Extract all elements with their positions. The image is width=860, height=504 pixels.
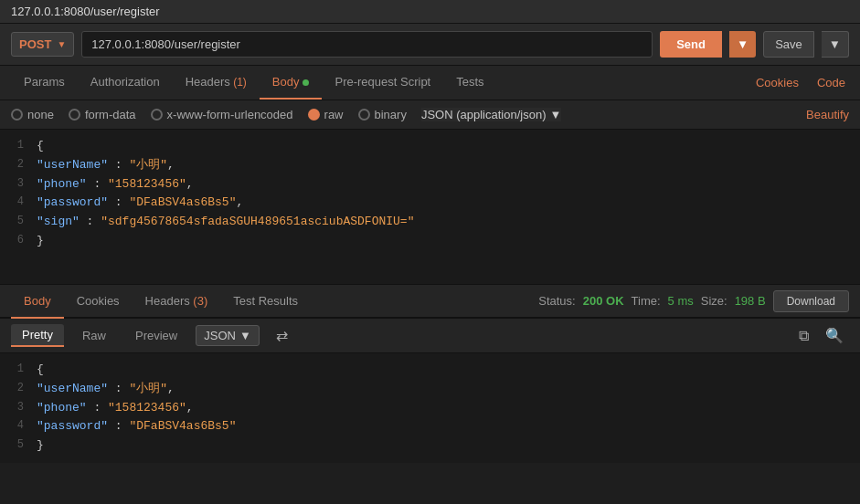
radio-binary-dot	[358, 109, 370, 121]
request-tab-bar: Params Authorization Headers (1) Body Pr…	[0, 66, 860, 100]
line-content: }	[37, 232, 44, 251]
json-type-arrow-icon: ▼	[549, 108, 561, 121]
line-number: 5	[0, 213, 37, 232]
radio-raw-label: raw	[324, 108, 344, 121]
line-number: 1	[0, 137, 37, 156]
radio-none-label: none	[27, 108, 54, 121]
code-link[interactable]: Code	[813, 67, 849, 99]
response-code-line: 1{	[0, 361, 860, 380]
status-value: 200 OK	[583, 294, 624, 308]
response-code-editor[interactable]: 1{2 "userName" : "小明",3 "phone" : "15812…	[0, 353, 860, 463]
resp-body-label: Body	[24, 294, 51, 308]
fmt-preview-button[interactable]: Preview	[124, 325, 188, 346]
tab-params[interactable]: Params	[11, 66, 78, 100]
headers-badge: (1)	[230, 76, 247, 89]
request-right-actions: Cookies Code	[752, 67, 849, 99]
request-code-line: 2 "userName" : "小明",	[0, 156, 860, 175]
fmt-raw-button[interactable]: Raw	[71, 325, 117, 346]
request-code-editor[interactable]: 1{2 "userName" : "小明",3 "phone" : "15812…	[0, 130, 860, 285]
save-button[interactable]: Save	[763, 31, 814, 58]
title-bar: 127.0.0.1:8080/user/register	[0, 0, 860, 24]
download-button[interactable]: Download	[773, 290, 849, 312]
response-code-line: 3 "phone" : "158123456",	[0, 399, 860, 418]
cookies-link[interactable]: Cookies	[752, 67, 802, 99]
line-content: "userName" : "小明",	[37, 156, 175, 175]
resp-test-results-label: Test Results	[233, 294, 298, 308]
radio-binary-label: binary	[375, 108, 407, 121]
size-value: 198 B	[735, 294, 766, 308]
tab-authorization[interactable]: Authorization	[78, 66, 173, 100]
request-code-line: 1{	[0, 137, 860, 156]
tab-headers[interactable]: Headers (1)	[173, 66, 260, 100]
radio-binary[interactable]: binary	[358, 108, 407, 121]
request-code-line: 6}	[0, 232, 860, 251]
method-select[interactable]: POST ▼	[11, 32, 74, 57]
response-filter-icon[interactable]: ⇄	[271, 325, 293, 346]
response-json-label: JSON	[204, 329, 236, 342]
request-code-line: 4 "password" : "DFaBSV4as6Bs5",	[0, 194, 860, 213]
response-code-line: 4 "password" : "DFaBSV4as6Bs5"	[0, 417, 860, 436]
line-number: 6	[0, 232, 37, 251]
radio-none-dot	[11, 109, 23, 121]
url-input[interactable]	[81, 31, 653, 58]
line-number: 4	[0, 417, 37, 436]
response-search-icon[interactable]: 🔍	[820, 325, 849, 346]
resp-tab-headers[interactable]: Headers (3)	[133, 285, 221, 319]
resp-headers-label: Headers	[145, 294, 190, 308]
resp-tab-body[interactable]: Body	[11, 285, 64, 319]
line-number: 5	[0, 436, 37, 456]
fmt-pretty-button[interactable]: Pretty	[11, 324, 64, 347]
response-format-bar: Pretty Raw Preview JSON ▼ ⇄ ⧉ 🔍	[0, 319, 860, 353]
radio-raw-dot	[308, 109, 320, 121]
resp-tab-cookies[interactable]: Cookies	[64, 285, 133, 319]
line-number: 4	[0, 194, 37, 213]
line-content: "sign" : "sdfg45678654sfadaSGUH489651asc…	[37, 213, 414, 232]
response-tab-bar: Body Cookies Headers (3) Test Results St…	[0, 285, 860, 319]
radio-raw[interactable]: raw	[308, 108, 344, 121]
line-content: "password" : "DFaBSV4as6Bs5"	[37, 417, 236, 436]
line-number: 3	[0, 175, 37, 194]
response-copy-icon[interactable]: ⧉	[793, 325, 814, 346]
save-dropdown-button[interactable]: ▼	[822, 31, 849, 58]
response-status-bar: Status: 200 OK Time: 5 ms Size: 198 B Do…	[538, 290, 849, 312]
size-label: Size:	[701, 294, 727, 308]
line-number: 3	[0, 399, 37, 418]
line-number: 1	[0, 361, 37, 380]
beautify-button[interactable]: Beautify	[806, 108, 849, 121]
resp-cookies-label: Cookies	[77, 294, 120, 308]
resp-headers-badge: (3)	[190, 294, 208, 308]
line-number: 2	[0, 156, 37, 175]
response-code-line: 5}	[0, 436, 860, 456]
method-arrow-icon: ▼	[57, 39, 66, 49]
method-label: POST	[19, 37, 51, 51]
line-content: "password" : "DFaBSV4as6Bs5",	[37, 194, 243, 213]
page-title: 127.0.0.1:8080/user/register	[11, 5, 160, 18]
radio-form-data-dot	[69, 109, 80, 121]
radio-form-data[interactable]: form-data	[69, 108, 136, 121]
time-value: 5 ms	[668, 294, 694, 308]
json-type-select[interactable]: JSON (application/json) ▼	[421, 108, 561, 121]
tab-body[interactable]: Body	[260, 66, 323, 100]
line-content: "phone" : "158123456",	[37, 175, 194, 194]
radio-none[interactable]: none	[11, 108, 54, 121]
line-content: }	[37, 436, 44, 456]
line-content: "phone" : "158123456",	[37, 399, 194, 418]
tab-headers-label: Headers	[186, 75, 230, 89]
status-label: Status:	[538, 294, 575, 308]
line-content: "userName" : "小明",	[37, 380, 175, 399]
radio-form-data-label: form-data	[85, 108, 136, 121]
response-code-line: 2 "userName" : "小明",	[0, 380, 860, 399]
radio-urlencoded-dot	[151, 109, 163, 121]
tab-body-label: Body	[272, 75, 300, 89]
send-dropdown-button[interactable]: ▼	[729, 31, 756, 58]
body-active-dot	[303, 79, 309, 86]
resp-tab-test-results[interactable]: Test Results	[220, 285, 311, 319]
send-button[interactable]: Send	[660, 31, 722, 58]
radio-urlencoded-label: x-www-form-urlencoded	[167, 108, 293, 121]
response-json-select[interactable]: JSON ▼	[196, 325, 260, 346]
tab-tests[interactable]: Tests	[443, 66, 496, 100]
tab-pre-request-script[interactable]: Pre-request Script	[322, 66, 443, 100]
time-label: Time:	[632, 294, 661, 308]
line-content: {	[37, 137, 44, 156]
radio-urlencoded[interactable]: x-www-form-urlencoded	[151, 108, 293, 121]
